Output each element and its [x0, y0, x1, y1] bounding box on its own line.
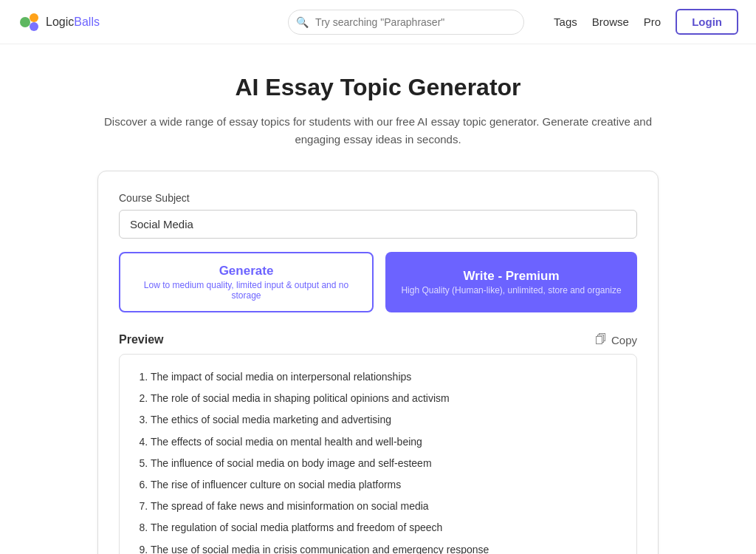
nav-pro[interactable]: Pro — [644, 16, 661, 28]
page-subtitle: Discover a wide range of essay topics fo… — [97, 113, 659, 148]
search-icon: 🔍 — [296, 16, 309, 28]
list-item: The rise of influencer culture on social… — [151, 476, 622, 494]
list-item: The effects of social media on mental he… — [151, 433, 622, 451]
copy-icon: 🗍 — [595, 333, 607, 346]
search-input[interactable] — [288, 10, 524, 35]
copy-button[interactable]: 🗍 Copy — [595, 333, 637, 346]
list-item: The influence of social media on body im… — [151, 454, 622, 473]
generate-button[interactable]: Generate Low to medium quality, limited … — [119, 252, 374, 312]
list-item: The spread of fake news and misinformati… — [151, 497, 622, 516]
preview-box: The impact of social media on interperso… — [119, 354, 637, 554]
preview-list: The impact of social media on interperso… — [134, 368, 622, 554]
field-group: Course Subject — [119, 192, 637, 252]
page-title: AI Essay Topic Generator — [97, 74, 659, 101]
generate-sub: Low to medium quality, limited input & o… — [135, 280, 357, 301]
nav-browse[interactable]: Browse — [592, 16, 629, 28]
list-item: The role of social media in shaping poli… — [151, 389, 622, 408]
list-item: The use of social media in crisis commun… — [151, 541, 622, 555]
copy-label: Copy — [611, 334, 637, 346]
premium-sub: High Quality (Human-like), unlimited, st… — [400, 285, 622, 295]
premium-label: Write - Premium — [400, 269, 622, 284]
generate-label: Generate — [135, 264, 357, 278]
list-item: The impact of social media on interperso… — [151, 368, 622, 386]
list-item: The regulation of social media platforms… — [151, 519, 622, 537]
preview-header: Preview 🗍 Copy — [119, 333, 637, 346]
logo-icon — [18, 10, 41, 34]
preview-label: Preview — [119, 333, 163, 346]
svg-point-2 — [30, 22, 38, 31]
logo[interactable]: LogicBalls — [18, 10, 100, 34]
list-item: The ethics of social media marketing and… — [151, 411, 622, 429]
search-container: 🔍 — [288, 10, 524, 35]
main-card: Course Subject Generate Low to medium qu… — [97, 171, 659, 554]
svg-point-0 — [20, 17, 30, 27]
premium-button[interactable]: Write - Premium High Quality (Human-like… — [385, 252, 637, 312]
course-subject-label: Course Subject — [119, 192, 637, 204]
nav-tags[interactable]: Tags — [554, 16, 577, 28]
login-button[interactable]: Login — [676, 9, 738, 35]
svg-point-1 — [30, 13, 38, 22]
main-nav: Tags Browse Pro Login — [554, 9, 738, 35]
course-subject-input[interactable] — [119, 210, 637, 239]
action-buttons: Generate Low to medium quality, limited … — [119, 252, 637, 312]
logo-text: LogicBalls — [46, 16, 100, 29]
